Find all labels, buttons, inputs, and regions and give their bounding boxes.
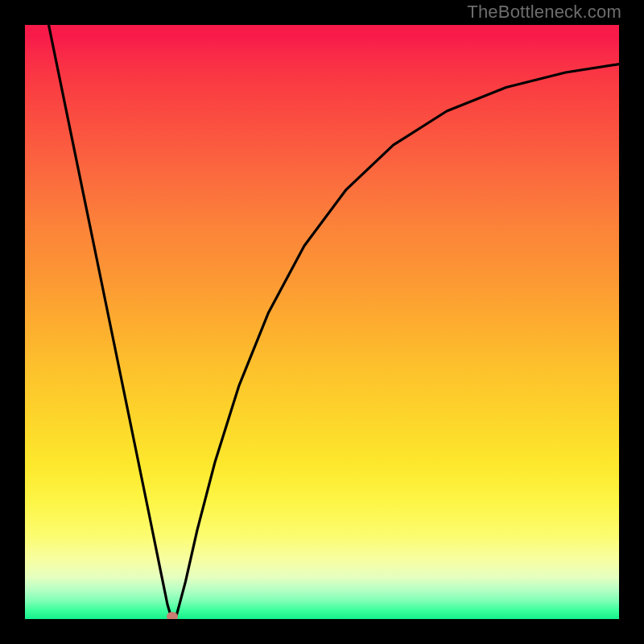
bottleneck-curve [49,25,620,617]
optimal-marker [167,612,178,619]
watermark-text: TheBottleneck.com [467,2,621,23]
plot-area [25,25,619,619]
curve-layer [25,25,619,619]
chart-frame: TheBottleneck.com [0,0,644,644]
